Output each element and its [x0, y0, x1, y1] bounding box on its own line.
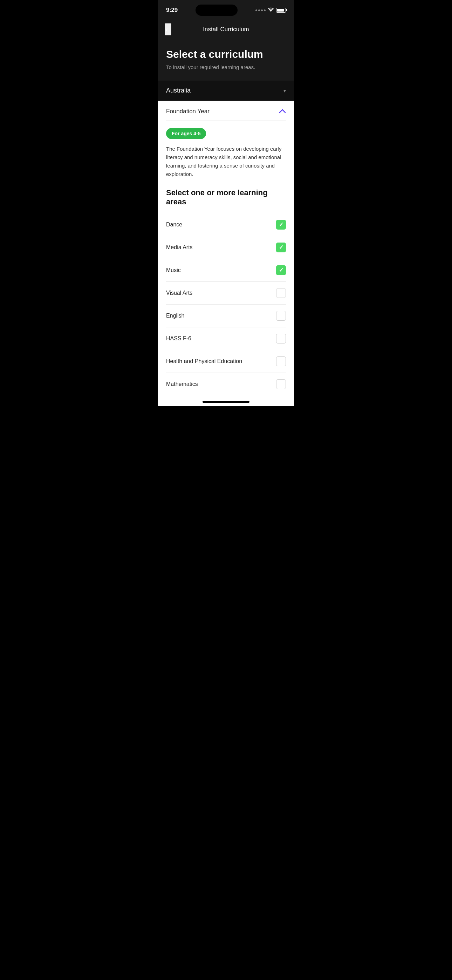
dynamic-island — [196, 5, 237, 16]
checkmark-icon: ✓ — [279, 245, 283, 250]
checkbox[interactable] — [276, 356, 286, 366]
section-header[interactable]: Foundation Year — [166, 101, 286, 121]
list-item[interactable]: Dance✓ — [166, 213, 286, 236]
nav-title: Install Curriculum — [203, 26, 249, 33]
checkbox[interactable] — [276, 288, 286, 298]
item-label: Visual Arts — [166, 290, 193, 297]
checkmark-icon: ✓ — [279, 267, 283, 273]
item-label: Music — [166, 267, 181, 274]
checkmark-icon: ✓ — [279, 222, 283, 228]
wifi-icon — [268, 7, 274, 13]
list-item[interactable]: Media Arts✓ — [166, 236, 286, 259]
section-title: Foundation Year — [166, 108, 210, 115]
learning-areas-header: Select one or more learning areas — [166, 188, 286, 207]
list-item[interactable]: Music✓ — [166, 259, 286, 282]
country-label: Australia — [166, 87, 191, 94]
hero-subtitle: To install your required learning areas. — [166, 64, 286, 71]
item-label: Dance — [166, 221, 182, 229]
home-bar — [202, 401, 250, 403]
dropdown-arrow-icon: ▾ — [283, 88, 286, 94]
checkbox[interactable] — [276, 379, 286, 389]
checkbox[interactable]: ✓ — [276, 220, 286, 229]
status-bar: 9:29 — [158, 0, 294, 19]
signal-icon — [255, 10, 266, 11]
chevron-up-icon — [279, 108, 286, 115]
list-item[interactable]: English — [166, 305, 286, 328]
battery-icon — [276, 8, 286, 13]
status-time: 9:29 — [166, 7, 178, 14]
back-button[interactable]: ‹ — [165, 23, 171, 35]
home-indicator — [158, 395, 294, 406]
status-icons — [255, 7, 286, 13]
list-item[interactable]: Mathematics — [166, 373, 286, 395]
item-label: Mathematics — [166, 381, 198, 388]
checkbox[interactable] — [276, 334, 286, 344]
age-badge: For ages 4-5 — [166, 128, 206, 139]
list-item[interactable]: Visual Arts — [166, 282, 286, 305]
nav-header: ‹ Install Curriculum — [158, 19, 294, 41]
country-selector[interactable]: Australia ▾ — [158, 81, 294, 101]
learning-items-list: Dance✓Media Arts✓Music✓Visual ArtsEnglis… — [166, 213, 286, 395]
checkbox[interactable]: ✓ — [276, 243, 286, 252]
list-item[interactable]: HASS F-6 — [166, 328, 286, 350]
hero-section: Select a curriculum To install your requ… — [158, 41, 294, 81]
item-label: HASS F-6 — [166, 335, 191, 342]
description: The Foundation Year focuses on developin… — [166, 145, 286, 178]
hero-title: Select a curriculum — [166, 48, 286, 60]
item-label: Health and Physical Education — [166, 358, 242, 365]
checkbox[interactable]: ✓ — [276, 265, 286, 275]
item-label: Media Arts — [166, 244, 193, 251]
item-label: English — [166, 312, 184, 320]
content-area: Foundation Year For ages 4-5 The Foundat… — [158, 101, 294, 406]
checkbox[interactable] — [276, 311, 286, 321]
curriculum-section: Foundation Year For ages 4-5 The Foundat… — [158, 101, 294, 395]
list-item[interactable]: Health and Physical Education — [166, 350, 286, 373]
